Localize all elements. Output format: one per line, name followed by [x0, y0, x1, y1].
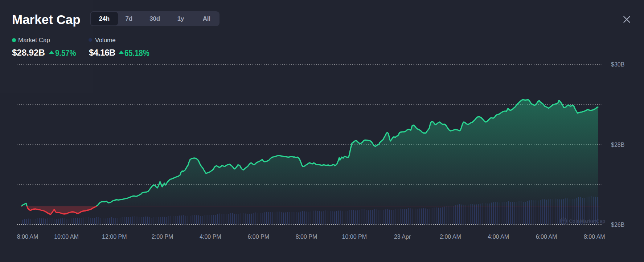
svg-text:8:00 AM: 8:00 AM	[17, 234, 38, 240]
svg-text:6:00 PM: 6:00 PM	[247, 234, 269, 240]
svg-text:$30B: $30B	[611, 61, 624, 68]
svg-text:23 Apr: 23 Apr	[394, 234, 411, 240]
svg-text:$28B: $28B	[611, 142, 624, 148]
svg-text:10:00 PM: 10:00 PM	[342, 234, 367, 240]
svg-text:2:00 PM: 2:00 PM	[152, 234, 173, 240]
svg-text:CoinMarketCap: CoinMarketCap	[569, 218, 606, 224]
svg-text:12:00 PM: 12:00 PM	[102, 234, 127, 240]
svg-text:8:00 PM: 8:00 PM	[296, 234, 317, 240]
svg-text:10:00 AM: 10:00 AM	[54, 234, 79, 240]
svg-text:4:00 AM: 4:00 AM	[488, 234, 509, 240]
svg-text:4:00 PM: 4:00 PM	[200, 234, 221, 240]
svg-text:8:00 AM: 8:00 AM	[584, 234, 605, 240]
svg-text:6:00 AM: 6:00 AM	[536, 234, 557, 240]
svg-text:2:00 AM: 2:00 AM	[440, 234, 461, 240]
svg-text:$26B: $26B	[611, 222, 624, 228]
